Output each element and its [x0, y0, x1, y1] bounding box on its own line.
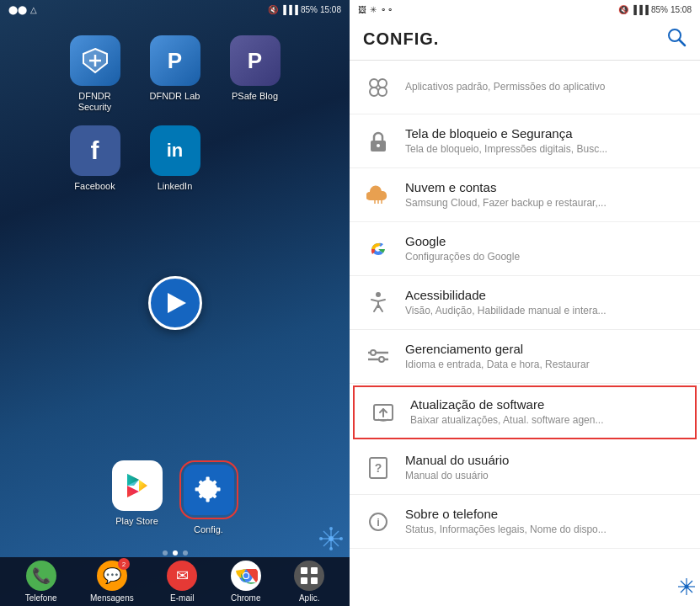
app-facebook[interactable]: f Facebook: [61, 125, 129, 192]
play-button[interactable]: [148, 276, 202, 330]
app-psafe-blog[interactable]: P PSafe Blog: [222, 35, 289, 113]
chrome-icon: [231, 561, 261, 591]
burst-decoration-left: [319, 527, 343, 554]
mensagens-label: Mensagens: [90, 593, 134, 603]
svg-point-15: [339, 537, 343, 540]
software-update-text: Atualização de software Baixar atualizaç…: [410, 397, 681, 428]
settings-item-cloud[interactable]: Nuvem e contas Samsung Cloud, Fazer back…: [350, 168, 700, 222]
dfndr-security-label: DFNDR Security: [61, 91, 129, 113]
warning-icon: △: [30, 5, 37, 14]
settings-item-software-update[interactable]: Atualização de software Baixar atualizaç…: [353, 385, 697, 439]
svg-rect-22: [301, 577, 307, 584]
aplic-label: Aplic.: [299, 593, 319, 603]
general-management-title: Gerenciamento geral: [405, 342, 687, 356]
asterisk-icon: ✳: [370, 5, 377, 14]
play-store-label: Play Store: [115, 516, 158, 527]
software-update-subtitle: Baixar atualizações, Atual. software age…: [410, 414, 681, 428]
dfndr-lab-label: DFNDR Lab: [150, 91, 200, 102]
default-apps-icon: [363, 72, 393, 103]
accessibility-subtitle: Visão, Audição, Habilidade manual e inte…: [405, 305, 687, 318]
svg-text:i: i: [377, 516, 380, 529]
general-management-subtitle: Idioma e entrada, Data e hora, Restaurar: [405, 359, 687, 372]
mensagens-icon: 💬 2: [97, 561, 127, 591]
nav-aplic[interactable]: Aplic.: [294, 561, 324, 603]
nav-mensagens[interactable]: 💬 2 Mensagens: [90, 561, 134, 603]
play-triangle-icon: [168, 293, 186, 313]
settings-item-general[interactable]: Gerenciamento geral Idioma e entrada, Da…: [350, 330, 700, 384]
dock-area: Play Store Config.: [0, 452, 350, 556]
telefone-label: Telefone: [25, 593, 57, 603]
about-phone-text: Sobre o telefone Status, Informações leg…: [405, 507, 687, 537]
svg-point-14: [319, 537, 323, 540]
status-left-icons: ⬤⬤ △: [8, 5, 37, 14]
svg-point-31: [377, 144, 380, 147]
app-play-store[interactable]: Play Store: [112, 460, 163, 535]
svg-point-29: [378, 88, 387, 96]
status-bar-left: ⬤⬤ △ 🔇 ▐▐▐ 85% 15:08: [0, 0, 350, 19]
image-icon: 🖼: [358, 5, 366, 14]
page-indicators: [163, 550, 188, 556]
svg-rect-20: [301, 567, 307, 574]
google-text: Google Configurações do Google: [405, 234, 687, 264]
battery-level: 85%: [301, 5, 318, 14]
google-icon: [363, 234, 393, 264]
accessibility-icon: [363, 288, 393, 318]
accessibility-text: Acessibilidade Visão, Audição, Habilidad…: [405, 288, 687, 318]
settings-item-manual[interactable]: ? Manual do usuário Manual do usuário: [350, 441, 700, 495]
bottom-nav: 📞 Telefone 💬 2 Mensagens ✉ E-mail: [0, 557, 350, 606]
app-grid-row1: DFNDR Security P DFNDR Lab P PSafe Blog …: [0, 19, 350, 201]
nav-telefone[interactable]: 📞 Telefone: [25, 561, 57, 603]
svg-marker-4: [127, 486, 139, 497]
settings-status-right: 🔇 ▐▐▐ 85% 15:08: [618, 5, 692, 14]
user-manual-text: Manual do usuário Manual do usuário: [405, 453, 687, 483]
about-phone-title: Sobre o telefone: [405, 507, 687, 521]
dock-icons-row: Play Store Config.: [95, 452, 255, 544]
svg-line-25: [679, 40, 685, 45]
settings-item-about[interactable]: i Sobre o telefone Status, Informações l…: [350, 495, 700, 549]
svg-text:?: ?: [375, 461, 382, 475]
lock-screen-icon: [363, 126, 393, 157]
lock-screen-subtitle: Tela de bloqueio, Impressões digitais, B…: [405, 143, 687, 157]
search-icon-settings[interactable]: [666, 27, 687, 51]
settings-header: CONFIG.: [350, 19, 700, 61]
settings-status-left: 🖼 ✳ ⚬⚬: [358, 5, 393, 14]
play-button-overlay[interactable]: [148, 276, 202, 330]
settings-item-lock-screen[interactable]: Tela de bloqueio e Segurança Tela de blo…: [350, 114, 700, 168]
svg-marker-5: [139, 480, 147, 492]
svg-point-38: [371, 350, 376, 355]
lock-screen-title: Tela de bloqueio e Segurança: [405, 126, 687, 141]
page-dot-1: [163, 550, 168, 556]
svg-marker-6: [127, 474, 139, 486]
svg-point-35: [376, 292, 381, 297]
mute-icon: 🔇: [268, 5, 278, 14]
signal-icon: ▐▐▐: [281, 5, 298, 14]
settings-title: CONFIG.: [363, 29, 439, 49]
software-update-icon: [368, 397, 398, 428]
svg-point-13: [329, 547, 333, 550]
user-manual-subtitle: Manual do usuário: [405, 470, 687, 483]
google-title: Google: [405, 234, 687, 248]
svg-point-39: [379, 357, 384, 362]
accessibility-title: Acessibilidade: [405, 288, 687, 302]
settings-item-default-apps[interactable]: Aplicativos padrão, Permissões do aplica…: [350, 61, 700, 114]
google-subtitle: Configurações do Google: [405, 251, 687, 264]
nav-email[interactable]: ✉ E-mail: [167, 561, 197, 603]
app-dfndr-security[interactable]: DFNDR Security: [61, 35, 129, 113]
linkedin-label: LinkedIn: [158, 181, 193, 192]
linkedin-icon: in: [150, 125, 200, 176]
app-config[interactable]: Config.: [179, 460, 238, 535]
app-linkedin[interactable]: in LinkedIn: [142, 125, 209, 192]
settings-item-accessibility[interactable]: Acessibilidade Visão, Audição, Habilidad…: [350, 276, 700, 330]
nav-chrome[interactable]: Chrome: [231, 561, 261, 603]
config-icon-wrapper: [179, 460, 238, 519]
default-apps-text: Aplicativos padrão, Permissões do aplica…: [405, 81, 687, 94]
telefone-icon: 📞: [26, 561, 56, 591]
config-label: Config.: [194, 524, 223, 535]
about-phone-icon: i: [363, 507, 393, 537]
cloud-subtitle: Samsung Cloud, Fazer backup e restaurar,…: [405, 197, 687, 210]
sim-icon: ⬤⬤: [8, 5, 27, 14]
general-management-text: Gerenciamento geral Idioma e entrada, Da…: [405, 342, 687, 372]
settings-item-google[interactable]: Google Configurações do Google: [350, 222, 700, 276]
mute-icon-right: 🔇: [618, 5, 628, 14]
app-dfndr-lab[interactable]: P DFNDR Lab: [142, 35, 209, 113]
